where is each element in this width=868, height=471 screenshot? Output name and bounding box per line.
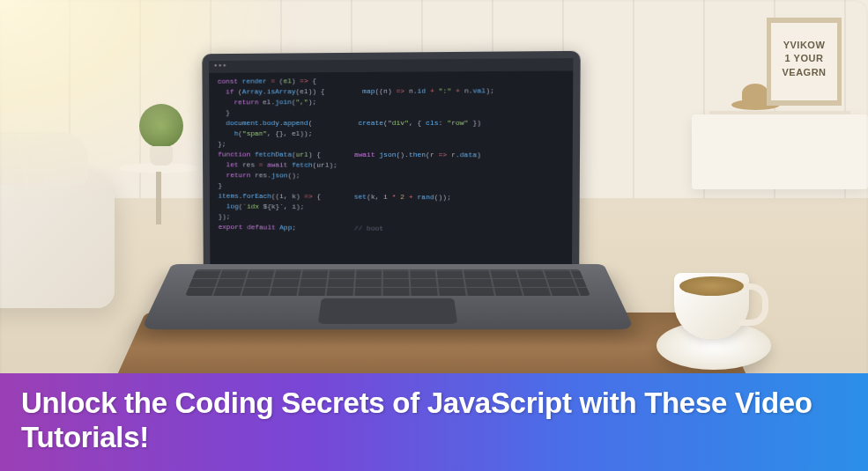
editor-topbar: ● ● ●: [209, 58, 573, 73]
frame-text-2: 1 YOUR: [785, 53, 824, 63]
laptop-screen: ● ● ● const render = (el) => { if (Array…: [202, 51, 580, 289]
frame-text-1: YVIKOW: [783, 40, 826, 50]
code-editor-content: const render = (el) => { if (Array.isArr…: [218, 75, 564, 236]
wall-frame: YVIKOW 1 YOUR VEAGRN: [767, 18, 842, 106]
headline-banner: Unlock the Coding Secrets of JavaScript …: [0, 373, 868, 471]
coffee-cup: [674, 273, 749, 339]
laptop-keyboard: [185, 269, 590, 296]
white-shelf: [692, 114, 868, 189]
laptop-base: [141, 264, 634, 329]
frame-text-3: VEAGRN: [782, 67, 826, 77]
laptop-trackpad: [318, 298, 457, 324]
headline-text: Unlock the Coding Secrets of JavaScript …: [21, 386, 847, 455]
laptop: ● ● ● const render = (el) => { if (Array…: [172, 53, 604, 379]
couch: [0, 167, 115, 308]
